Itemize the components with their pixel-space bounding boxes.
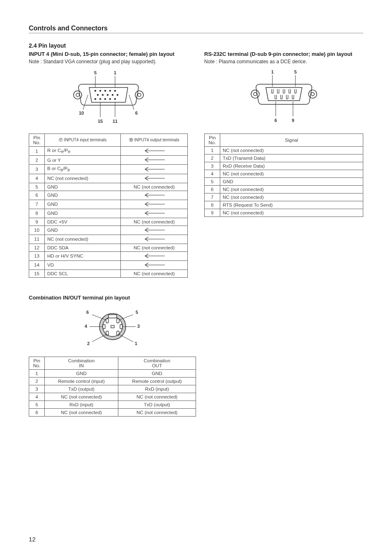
cell-in: B or CB/PB [45, 165, 121, 174]
arrow-left-icon [142, 201, 166, 207]
cell-out [121, 209, 188, 218]
svg-text:1: 1 [113, 70, 116, 75]
cell-pin: 15 [29, 269, 45, 277]
subsection-title: 2.4 Pin layout [29, 42, 363, 49]
cell-pin: 12 [29, 244, 45, 251]
cell-signal: NC (not connected) [220, 209, 363, 217]
cell-signal: NC (not connected) [220, 170, 363, 178]
th-out: ⑱ INPUT4 output terminals [121, 134, 188, 147]
combination-heading: Combination IN/OUT terminal pin layout [29, 294, 196, 302]
cell-signal: NC (not connected) [220, 147, 363, 154]
table-row: 14VD [29, 260, 188, 269]
th-in: ⑰ INPUT4 input terminals [45, 134, 121, 147]
svg-point-10 [101, 94, 103, 96]
cell-in: NC (not connected) [45, 235, 121, 244]
cell-pin: 4 [205, 170, 220, 178]
arrow-left-icon [142, 157, 166, 163]
cell-in: GND [45, 183, 121, 191]
table-row: 8RTS (Request To Send) [205, 201, 363, 209]
cell-pin: 1 [29, 147, 45, 156]
cell-in: DDC SCL [45, 269, 121, 277]
table-row: 3TxD (output)RxD (input) [29, 385, 196, 393]
cell-pin: 11 [29, 235, 45, 244]
cell-in: G or Y [45, 156, 121, 165]
dsub15-female-icon: 5 1 10 6 15 11 [63, 69, 154, 126]
cell-signal: NC (not connected) [220, 186, 363, 193]
cell-pin: 5 [29, 183, 45, 191]
rs232-pin-table: Pin No. Signal 1NC (not connected)2TxD (… [204, 134, 363, 217]
svg-point-16 [94, 98, 96, 100]
cell-pin: 1 [205, 147, 220, 154]
arrow-left-icon [142, 166, 166, 172]
cell-in: DDC SDA [45, 244, 121, 251]
table-row: 9NC (not connected) [205, 209, 363, 217]
cell-comb-in: TxD (output) [45, 385, 118, 393]
cell-out [121, 260, 188, 269]
table-row: 9DDC +5VNC (not connected) [29, 218, 188, 226]
cell-comb-in: GND [45, 369, 118, 377]
cell-pin: 4 [29, 393, 45, 401]
table-row: 4NC (not connected)NC (not connected) [29, 393, 196, 401]
svg-point-1 [76, 93, 79, 97]
cell-comb-in: NC (not connected) [45, 408, 118, 416]
arrow-left-icon [142, 227, 166, 233]
cell-pin: 7 [205, 193, 220, 201]
cell-pin: 6 [29, 191, 45, 200]
svg-point-11 [106, 94, 108, 96]
table-row: 3B or CB/PB [29, 165, 188, 174]
svg-text:6: 6 [86, 310, 88, 315]
arrow-left-icon [142, 262, 166, 268]
cell-pin: 1 [29, 369, 45, 377]
svg-text:6: 6 [274, 118, 277, 123]
table-row: 2TxD (Transmit Data) [205, 154, 363, 162]
table-row: 13HD or H/V SYNC [29, 251, 188, 260]
svg-point-55 [103, 317, 122, 336]
cell-pin: 5 [205, 178, 220, 186]
cell-signal: GND [220, 178, 363, 186]
cell-comb-out: RxD (input) [118, 385, 196, 393]
svg-point-5 [99, 90, 101, 92]
cell-in: GND [45, 200, 121, 209]
table-row: 2Remote control (input)Remote control (o… [29, 377, 196, 385]
table-row: 8GND [29, 209, 188, 218]
svg-point-3 [138, 93, 141, 97]
rs232-note: Note : Plasma communicates as a DCE deri… [204, 59, 363, 64]
cell-out [121, 156, 188, 165]
th-comb-out: CombinationOUT [118, 357, 196, 369]
cell-out [121, 165, 188, 174]
combination-connector-figure: 6 5 4 3 2 1 [29, 304, 196, 349]
svg-text:2: 2 [87, 341, 89, 346]
page-number: 12 [29, 536, 36, 543]
table-row: 3RxD (Receive Data) [205, 162, 363, 170]
th-comb-in: CombinationIN [45, 357, 118, 369]
svg-point-13 [99, 98, 101, 100]
input4-heading: INPUT 4 (Mini D-sub, 15-pin connector; f… [29, 51, 188, 58]
page: Controls and Connectors 2.4 Pin layout I… [0, 0, 392, 555]
svg-text:15: 15 [97, 119, 102, 124]
svg-point-15 [109, 98, 111, 100]
svg-point-43 [254, 92, 257, 96]
combination-section: Combination IN/OUT terminal pin layout [29, 294, 196, 417]
table-row: 6NC (not connected) [205, 186, 363, 193]
svg-text:5: 5 [136, 310, 138, 315]
cell-in: GND [45, 226, 121, 235]
table-row: 7NC (not connected) [205, 193, 363, 201]
cell-pin: 3 [29, 385, 45, 393]
table-row: 6NC (not connected)NC (not connected) [29, 408, 196, 416]
cell-out [121, 174, 188, 183]
svg-point-18 [116, 94, 118, 96]
table-row: 4NC (not connected) [205, 170, 363, 178]
th-pin: Pin No. [29, 357, 45, 369]
cell-pin: 8 [205, 201, 220, 209]
cell-in: DDC +5V [45, 218, 121, 226]
table-row: 11NC (not connected) [29, 235, 188, 244]
cell-pin: 14 [29, 260, 45, 269]
cell-pin: 10 [29, 226, 45, 235]
arrow-left-icon [142, 175, 166, 181]
cell-pin: 4 [29, 174, 45, 183]
dsub9-male-icon: 1 5 6 9 [239, 69, 329, 126]
cell-pin: 6 [205, 186, 220, 193]
svg-point-17 [114, 98, 115, 100]
cell-pin: 8 [29, 209, 45, 218]
th-pin: Pin No. [29, 134, 45, 147]
